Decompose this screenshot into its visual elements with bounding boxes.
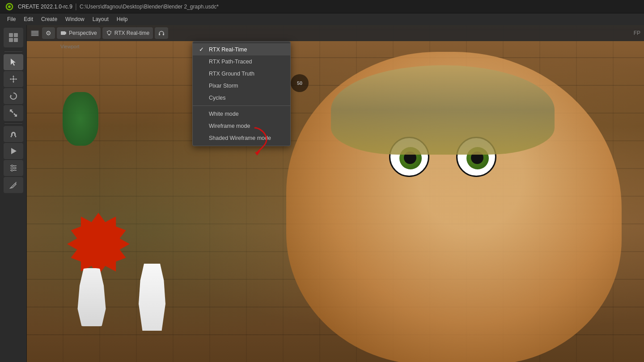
green-object	[63, 92, 98, 146]
svg-line-24	[111, 31, 111, 32]
dropdown-item-rtx-realtime[interactable]: ✓ RTX Real-Time	[193, 43, 290, 55]
headphone-icon	[158, 30, 165, 36]
svg-rect-3	[9, 33, 13, 37]
svg-marker-20	[65, 32, 66, 34]
viewport-camera-btn[interactable]: Perspective	[57, 27, 101, 39]
viewport-audio-btn[interactable]	[155, 27, 168, 39]
rtx-label: RTX Real-time	[114, 30, 149, 36]
sidebar-btn-rotate[interactable]	[4, 88, 23, 104]
title-separator: |	[75, 3, 77, 11]
nav-icon	[7, 31, 20, 44]
dropdown-item-white-mode[interactable]: White mode	[193, 108, 290, 120]
dropdown-item-pixar-storm[interactable]: Pixar Storm	[193, 80, 290, 92]
checkmark-icon: ✓	[199, 46, 205, 53]
perspective-label: Perspective	[69, 30, 97, 36]
dropdown-item-wireframe-mode[interactable]: Wireframe mode	[193, 120, 290, 132]
sidebar-btn-draw[interactable]	[4, 177, 23, 193]
shelf-label-50: 50	[291, 74, 309, 92]
sidebar-btn-move[interactable]	[4, 71, 23, 87]
menu-window[interactable]: Window	[62, 15, 88, 24]
svg-line-23	[107, 31, 107, 32]
viewport-lighting-btn[interactable]: RTX Real-time	[102, 27, 153, 39]
sidebar-btn-scale[interactable]	[4, 105, 23, 121]
character-hat	[331, 65, 555, 155]
no-check-6	[199, 122, 205, 129]
no-check-7	[199, 135, 205, 141]
camera-icon	[60, 30, 67, 36]
dropdown-menu: ✓ RTX Real-Time RTX Path-Traced RTX Grou…	[192, 41, 291, 146]
titlebar: CREATE 2022.1.0-rc.9 | C:\Users\dfagnou\…	[0, 0, 644, 13]
viewport-settings-btn[interactable]: ⚙	[42, 27, 55, 39]
options-icon	[9, 164, 18, 173]
dropdown-item-shaded-wireframe-mode[interactable]: Shaded Wireframe mode	[193, 132, 290, 144]
dropdown-separator	[193, 105, 290, 106]
svg-rect-4	[14, 33, 18, 37]
menu-file[interactable]: File	[4, 15, 19, 24]
app-title: CREATE 2022.1.0-rc.9	[18, 4, 72, 10]
sidebar-btn-magnet[interactable]	[4, 126, 23, 142]
menu-edit[interactable]: Edit	[20, 15, 37, 24]
magnet-icon	[9, 130, 18, 139]
sidebar-sep-1	[4, 51, 22, 52]
gear-icon: ⚙	[46, 29, 51, 37]
dropdown-item-rtx-groundtruth[interactable]: RTX Ground Truth	[193, 67, 290, 80]
svg-rect-5	[9, 38, 13, 42]
draw-icon	[9, 181, 18, 189]
select-icon	[9, 58, 18, 67]
bulb-icon	[106, 30, 112, 36]
menu-layout[interactable]: Layout	[89, 15, 112, 24]
file-path: C:\Users\dfagnou\Desktop\Blender\Blender…	[80, 4, 219, 10]
viewport[interactable]: 50 60 ⚙ Perspective	[27, 25, 644, 362]
menu-help[interactable]: Help	[113, 15, 131, 24]
main-area: 50 60 ⚙ Perspective	[0, 25, 644, 362]
sidebar-btn-options[interactable]	[4, 160, 23, 176]
svg-point-2	[8, 5, 11, 8]
viewport-panel-label: Viewport	[60, 44, 80, 49]
sidebar-btn-play[interactable]	[4, 143, 23, 159]
rotate-icon	[9, 92, 18, 101]
sidebar-nav-box	[4, 28, 23, 47]
no-check-5	[199, 110, 205, 117]
menu-create[interactable]: Create	[38, 15, 61, 24]
svg-point-16	[11, 165, 13, 167]
scale-icon	[9, 109, 18, 118]
viewport-header: ⚙ Perspective RTX Real-time	[27, 25, 644, 41]
no-check-3	[199, 82, 205, 89]
svg-rect-25	[159, 34, 160, 35]
sidebar	[0, 25, 27, 362]
svg-rect-26	[163, 34, 164, 35]
menubar: File Edit Create Window Layout Help	[0, 13, 644, 25]
no-check-4	[199, 94, 205, 101]
sidebar-sep-2	[4, 123, 22, 124]
svg-point-21	[107, 31, 111, 34]
svg-rect-19	[61, 31, 65, 35]
svg-point-17	[14, 167, 16, 169]
play-icon	[9, 147, 18, 156]
dropdown-item-cycles[interactable]: Cycles	[193, 92, 290, 104]
move-icon	[9, 75, 18, 84]
sidebar-btn-select[interactable]	[4, 54, 23, 70]
no-check-1	[199, 58, 205, 65]
svg-rect-6	[14, 38, 18, 42]
svg-point-18	[11, 169, 13, 171]
dropdown-item-rtx-pathtraced[interactable]: RTX Path-Traced	[193, 55, 290, 67]
viewport-panel-icon[interactable]	[30, 30, 39, 37]
fps-counter: FP	[634, 30, 640, 36]
no-check-2	[199, 70, 205, 77]
app-logo	[4, 2, 14, 12]
svg-marker-12	[11, 148, 17, 154]
